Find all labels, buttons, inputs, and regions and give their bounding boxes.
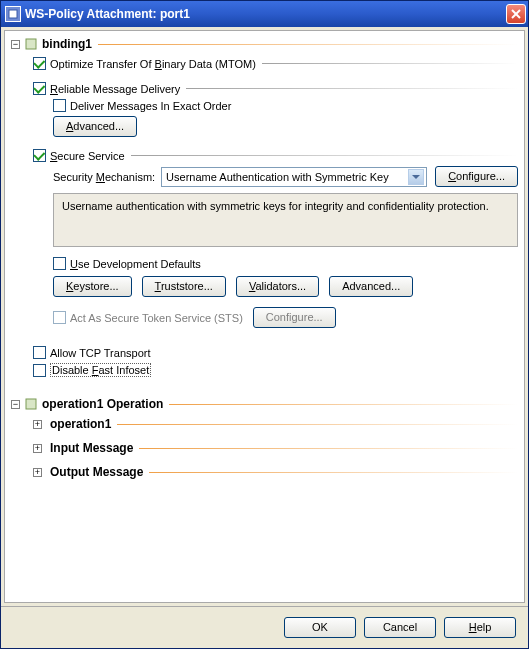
chevron-down-icon <box>408 169 424 185</box>
separator <box>131 155 518 156</box>
secure-buttons: Keystore... Truststore... Validators... … <box>53 276 518 297</box>
app-icon <box>5 6 21 22</box>
mtom-checkbox[interactable] <box>33 57 46 70</box>
reliable-checkbox[interactable] <box>33 82 46 95</box>
mechanism-label: Security Mechanism: <box>53 171 155 183</box>
operation-title: operation1 Operation <box>42 397 163 411</box>
content-area: − binding1 Optimize Transfer Of Binary D… <box>4 30 525 603</box>
binding-title: binding1 <box>42 37 92 51</box>
dialog-window: WS-Policy Attachment: port1 − binding1 O… <box>0 0 529 649</box>
secure-row: Secure Service <box>33 149 518 162</box>
output-msg-title: Output Message <box>50 465 143 479</box>
binding-body: Optimize Transfer Of Binary Data (MTOM) … <box>11 57 518 389</box>
mechanism-select[interactable]: Username Authentication with Symmetric K… <box>161 167 427 187</box>
separator <box>98 44 518 45</box>
separator <box>117 424 518 425</box>
close-button[interactable] <box>506 4 526 24</box>
sts-row: Act As Secure Token Service (STS) Config… <box>33 307 518 328</box>
mechanism-value: Username Authentication with Symmetric K… <box>166 171 408 183</box>
validators-button[interactable]: Validators... <box>236 276 319 297</box>
fastinfoset-label[interactable]: Disable Fast Infoset <box>50 363 151 377</box>
sts-label: Act As Secure Token Service (STS) <box>70 312 243 324</box>
truststore-button[interactable]: Truststore... <box>142 276 226 297</box>
binding-header: − binding1 <box>11 37 518 51</box>
fastinfoset-checkbox[interactable] <box>33 364 46 377</box>
tcp-label[interactable]: Allow TCP Transport <box>50 347 150 359</box>
collapse-toggle[interactable]: − <box>11 400 20 409</box>
expand-toggle[interactable]: + <box>33 420 42 429</box>
cancel-button[interactable]: Cancel <box>364 617 436 638</box>
secure-label[interactable]: Secure Service <box>50 150 125 162</box>
deliver-label[interactable]: Deliver Messages In Exact Order <box>70 100 231 112</box>
reliable-advanced-button[interactable]: Advanced... <box>53 116 137 137</box>
tcp-row: Allow TCP Transport <box>33 346 518 359</box>
fastinfoset-row: Disable Fast Infoset <box>33 363 518 377</box>
tcp-checkbox[interactable] <box>33 346 46 359</box>
svg-rect-0 <box>9 10 17 18</box>
operation-icon <box>24 397 38 411</box>
binding-icon <box>24 37 38 51</box>
input-msg-title: Input Message <box>50 441 133 455</box>
reliable-label[interactable]: Reliable Message Delivery <box>50 83 180 95</box>
separator <box>186 88 518 89</box>
svg-marker-4 <box>412 175 420 179</box>
operation-header: − operation1 Operation <box>11 397 518 411</box>
ok-button[interactable]: OK <box>284 617 356 638</box>
deliver-row: Deliver Messages In Exact Order <box>33 99 518 112</box>
devdefault-row: Use Development Defaults <box>33 257 518 270</box>
mechanism-description: Username authentication with symmetric k… <box>53 193 518 247</box>
mechanism-row: Security Mechanism: Username Authenticat… <box>33 166 518 187</box>
separator <box>139 448 518 449</box>
operation-body: + operation1 + Input Message + Output Me… <box>11 417 518 491</box>
secure-checkbox[interactable] <box>33 149 46 162</box>
expand-toggle[interactable]: + <box>33 468 42 477</box>
expand-toggle[interactable]: + <box>33 444 42 453</box>
collapse-toggle[interactable]: − <box>11 40 20 49</box>
separator <box>169 404 518 405</box>
input-msg-row: + Input Message <box>33 441 518 455</box>
reliable-advanced-row: Advanced... <box>33 116 518 137</box>
mtom-label[interactable]: Optimize Transfer Of Binary Data (MTOM) <box>50 58 256 70</box>
devdefault-label[interactable]: Use Development Defaults <box>70 258 201 270</box>
sts-checkbox <box>53 311 66 324</box>
output-msg-row: + Output Message <box>33 465 518 479</box>
svg-rect-5 <box>26 399 36 409</box>
keystore-button[interactable]: Keystore... <box>53 276 132 297</box>
op1-row: + operation1 <box>33 417 518 431</box>
sts-configure-button: Configure... <box>253 307 336 328</box>
deliver-checkbox[interactable] <box>53 99 66 112</box>
separator <box>149 472 518 473</box>
titlebar: WS-Policy Attachment: port1 <box>1 1 528 27</box>
mtom-row: Optimize Transfer Of Binary Data (MTOM) <box>33 57 518 70</box>
op1-title: operation1 <box>50 417 111 431</box>
reliable-row: Reliable Message Delivery <box>33 82 518 95</box>
devdefault-checkbox[interactable] <box>53 257 66 270</box>
secure-advanced-button[interactable]: Advanced... <box>329 276 413 297</box>
dialog-footer: OK Cancel Help <box>1 606 528 648</box>
separator <box>262 63 518 64</box>
svg-rect-3 <box>26 39 36 49</box>
mechanism-configure-button[interactable]: Configure... <box>435 166 518 187</box>
help-button[interactable]: Help <box>444 617 516 638</box>
window-title: WS-Policy Attachment: port1 <box>25 7 506 21</box>
